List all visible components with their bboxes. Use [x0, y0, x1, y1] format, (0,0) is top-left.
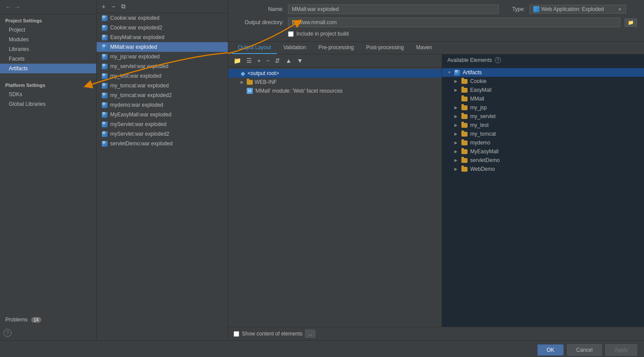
artifact-icon: [102, 141, 108, 147]
list-item[interactable]: Cookie:war exploded2: [97, 23, 228, 32]
problems-badge: 14: [31, 317, 41, 323]
list-item[interactable]: my_tomcat:war exploded: [97, 81, 228, 90]
folder-icon: [461, 167, 468, 172]
avail-item-servletdemo[interactable]: ▶ servletDemo: [442, 156, 644, 165]
cancel-button[interactable]: Cancel: [567, 344, 602, 356]
avail-label: my_jsp: [470, 105, 487, 111]
available-tree: ▼ Artifacts ▶ Cookie ▶: [442, 66, 644, 327]
list-item[interactable]: my_test:war exploded: [97, 71, 228, 81]
output-sort-btn[interactable]: ⇵: [273, 56, 282, 65]
tab-pre-processing[interactable]: Pre-processing: [312, 42, 360, 54]
output-up-btn[interactable]: ▲: [284, 56, 293, 65]
name-input[interactable]: [288, 4, 499, 14]
sidebar-item-facets[interactable]: Facets: [0, 54, 96, 64]
show-content-label: Show content of elements: [242, 331, 302, 337]
artifacts-icon: [454, 70, 460, 76]
tab-output-layout[interactable]: Output Layout: [232, 42, 277, 54]
expand-arrow-icon: ▶: [454, 167, 459, 171]
output-down-btn[interactable]: ▼: [295, 56, 305, 65]
avail-label: Artifacts: [463, 69, 482, 76]
sidebar-item-global-libraries[interactable]: Global Libraries: [0, 99, 96, 109]
folder-icon: [461, 88, 468, 93]
list-item[interactable]: servletDemo:war exploded: [97, 139, 228, 148]
sidebar-item-libraries[interactable]: Libraries: [0, 44, 96, 54]
sidebar-item-modules[interactable]: Modules: [0, 35, 96, 44]
output-add-folder-btn[interactable]: 📁: [232, 56, 243, 65]
output-dir-input[interactable]: [288, 18, 620, 27]
list-item[interactable]: Cookie:war exploded: [97, 13, 228, 23]
include-in-build-checkbox[interactable]: [288, 31, 294, 37]
list-item[interactable]: MyEasyMall:war exploded: [97, 110, 228, 119]
remove-artifact-button[interactable]: −: [110, 2, 117, 11]
artifact-label: Cookie:war exploded: [110, 15, 159, 21]
problems-item[interactable]: Problems 14: [0, 314, 96, 325]
artifact-label: Cookie:war exploded2: [110, 25, 162, 31]
nav-back-icon[interactable]: ←: [5, 4, 11, 11]
help-icon[interactable]: ?: [4, 329, 11, 337]
artifact-label: my_tomcat:war exploded: [110, 83, 169, 89]
add-artifact-button[interactable]: +: [100, 2, 107, 11]
avail-label: WebDemo: [470, 166, 495, 172]
list-item[interactable]: myServlet:war exploded2: [97, 129, 228, 139]
tree-item-module-resource[interactable]: M 'MMall' module: 'Web' facet resources: [228, 87, 442, 95]
list-item[interactable]: EasyMall:war exploded: [97, 32, 228, 42]
avail-item-cookie[interactable]: ▶ Cookie: [442, 77, 644, 86]
sidebar-item-project[interactable]: Project: [0, 25, 96, 35]
available-elements-label: Available Elements: [447, 57, 492, 63]
artifact-label: my_test:war exploded: [110, 73, 162, 79]
folder-icon: [461, 132, 468, 137]
avail-item-myjsp[interactable]: ▶ my_jsp: [442, 103, 644, 112]
bottom-bar: Show content of elements ...: [228, 327, 644, 340]
expand-arrow-icon: ▶: [454, 114, 459, 119]
avail-item-mmall[interactable]: MMall: [442, 94, 644, 103]
tab-post-processing[interactable]: Post-processing: [360, 42, 410, 54]
artifact-icon: [102, 93, 108, 98]
type-icon: [533, 6, 540, 12]
tree-item-webinf[interactable]: ▶ WEB-INF: [228, 78, 442, 87]
detail-panel: Name: Type: Web Application: Exploded ▼ …: [228, 0, 644, 340]
list-item[interactable]: my_tomcat:war exploded2: [97, 90, 228, 100]
list-item-selected[interactable]: MMall:war exploded: [97, 42, 228, 52]
output-add-btn[interactable]: +: [255, 56, 263, 65]
folder-icon: [461, 149, 468, 154]
tab-validation[interactable]: Validation: [277, 42, 312, 54]
avail-item-myeasymall[interactable]: ▶ MyEasyMall: [442, 147, 644, 156]
type-select[interactable]: Web Application: Exploded ▼: [529, 5, 626, 14]
show-content-row: Show content of elements ...: [234, 330, 315, 338]
artifact-label: myServlet:war exploded2: [110, 131, 169, 137]
avail-item-artifacts[interactable]: ▼ Artifacts: [442, 68, 644, 77]
output-tree: ◆ <output root> ▶ WEB-INF M 'MMall' modu…: [228, 67, 442, 327]
nav-forward-icon[interactable]: →: [14, 4, 20, 11]
avail-label: my_tomcat: [470, 131, 496, 137]
artifact-label: servletDemo:war exploded: [110, 141, 173, 147]
bottom-buttons: OK Cancel Apply: [0, 340, 644, 357]
avail-item-mytest[interactable]: ▶ my_test: [442, 121, 644, 130]
ok-button[interactable]: OK: [537, 344, 563, 356]
browse-button[interactable]: 📁: [625, 18, 637, 27]
avail-item-webdemo[interactable]: ▶ WebDemo: [442, 165, 644, 173]
root-icon: ◆: [240, 70, 246, 76]
show-content-checkbox[interactable]: [234, 331, 239, 337]
copy-artifact-button[interactable]: ⧉: [119, 2, 127, 11]
tree-item-output-root[interactable]: ◆ <output root>: [228, 69, 442, 78]
output-remove-btn[interactable]: −: [264, 56, 271, 65]
avail-item-mydemo[interactable]: ▶ mydemo: [442, 138, 644, 147]
list-item[interactable]: mydemo:war exploded: [97, 100, 228, 110]
list-item[interactable]: myServlet:war exploded: [97, 119, 228, 129]
tab-maven[interactable]: Maven: [410, 42, 438, 54]
sidebar-item-artifacts[interactable]: Artifacts: [0, 64, 96, 73]
ellipsis-button[interactable]: ...: [305, 330, 315, 338]
avail-label: MMall: [470, 96, 484, 102]
avail-item-easymall[interactable]: ▶ EasyMall: [442, 86, 644, 94]
platform-settings-heading: Platform Settings: [0, 79, 96, 90]
apply-button[interactable]: Apply: [605, 344, 637, 356]
available-help-icon[interactable]: ?: [495, 57, 501, 63]
sidebar-item-sdks[interactable]: SDKs: [0, 90, 96, 99]
include-in-build-label: Include in project build: [296, 31, 349, 37]
sidebar: ← → Project Settings Project Modules Lib…: [0, 0, 97, 340]
output-add-file-btn[interactable]: ☰: [245, 56, 254, 65]
list-item[interactable]: my_jsp:war exploded: [97, 52, 228, 61]
avail-item-mytomcat[interactable]: ▶ my_tomcat: [442, 130, 644, 138]
avail-item-myservlet[interactable]: ▶ my_servlet: [442, 112, 644, 121]
list-item[interactable]: my_servlet:war exploded: [97, 61, 228, 71]
